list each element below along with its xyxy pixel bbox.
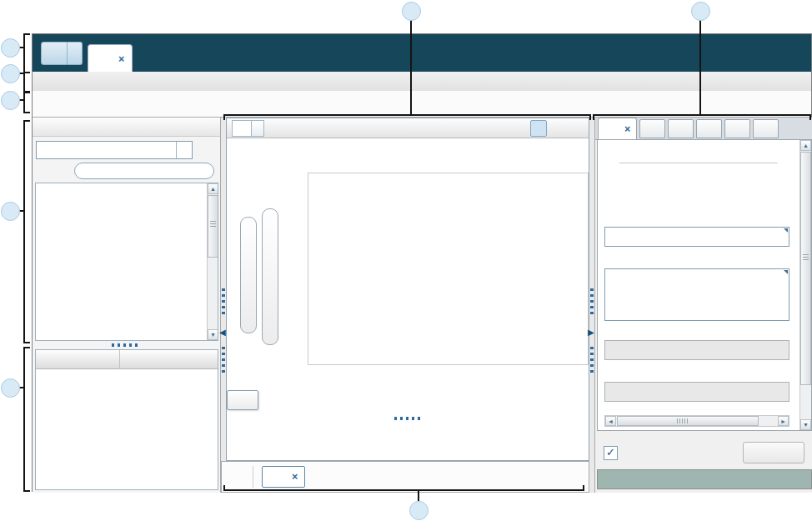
maximize-button[interactable] bbox=[550, 121, 565, 136]
roles-vscrollbar[interactable]: ▲ ▼ bbox=[799, 140, 811, 430]
measures-field[interactable] bbox=[604, 268, 789, 321]
collapse-all-button[interactable] bbox=[54, 162, 74, 180]
measure-icon bbox=[265, 330, 276, 341]
chart-type-heading bbox=[604, 146, 793, 158]
minimize-button[interactable] bbox=[530, 120, 547, 137]
tab-expression[interactable] bbox=[753, 119, 779, 138]
bracket-6 bbox=[223, 114, 591, 120]
tab-roles[interactable]: × bbox=[598, 118, 637, 139]
close-icon bbox=[570, 123, 582, 134]
tab-properties[interactable] bbox=[696, 119, 722, 138]
home-dropdown-button[interactable] bbox=[68, 42, 83, 65]
scroll-up-icon[interactable]: ▲ bbox=[208, 183, 218, 194]
data-search-box[interactable] bbox=[74, 163, 214, 179]
callout-4 bbox=[1, 202, 20, 221]
toolbar-more-button[interactable] bbox=[791, 98, 804, 111]
home-button[interactable] bbox=[41, 42, 68, 65]
field-corner-marker bbox=[784, 270, 788, 274]
bracket-1 bbox=[23, 33, 30, 73]
collapse-left-icon[interactable]: ◀ bbox=[219, 328, 226, 337]
visualization-panel bbox=[226, 118, 589, 461]
menu-bar bbox=[33, 72, 811, 92]
home-button-group bbox=[41, 42, 83, 65]
tree-scrollbar[interactable]: ▲ ▼ bbox=[207, 183, 218, 340]
bracket-4 bbox=[23, 120, 30, 343]
roles-panel: × bbox=[594, 118, 812, 493]
value-column-header bbox=[120, 350, 218, 368]
measure-icon bbox=[604, 123, 616, 135]
roles-tab-bar: × bbox=[595, 118, 812, 140]
maximize-icon bbox=[552, 123, 564, 134]
scroll-down-icon[interactable]: ▼ bbox=[208, 329, 218, 340]
expand-all-button[interactable] bbox=[36, 162, 56, 180]
scroll-left-icon[interactable]: ◄ bbox=[605, 416, 616, 426]
roles-footer: ✓ bbox=[595, 441, 812, 464]
field-corner-marker bbox=[784, 228, 788, 233]
search-input[interactable] bbox=[93, 165, 208, 177]
update-button[interactable] bbox=[743, 442, 804, 463]
callout-3 bbox=[1, 91, 20, 110]
properties-table bbox=[35, 349, 218, 490]
scroll-up-icon[interactable]: ▲ bbox=[800, 140, 811, 151]
scroll-thumb[interactable] bbox=[800, 152, 811, 385]
chart-type-caret[interactable] bbox=[252, 120, 264, 137]
scroll-down-icon[interactable]: ▼ bbox=[800, 419, 811, 430]
close-button[interactable] bbox=[569, 121, 584, 136]
y-axis-label-city[interactable] bbox=[240, 217, 257, 333]
bracket-2 bbox=[23, 72, 30, 93]
data-tree: ▲ ▼ bbox=[35, 183, 218, 341]
property-column-header bbox=[36, 350, 120, 368]
callout-1 bbox=[1, 38, 20, 58]
auto-update-checkbox[interactable]: ✓ bbox=[604, 446, 618, 460]
progress-bar bbox=[597, 469, 812, 489]
y-axis-label-highway[interactable] bbox=[262, 208, 278, 345]
legend-splitter-handle[interactable] bbox=[394, 417, 423, 420]
tab-ranks[interactable] bbox=[668, 119, 694, 138]
data-source-combobox[interactable] bbox=[36, 141, 193, 159]
panel-splitter-handle[interactable] bbox=[112, 343, 140, 347]
data-source-caret[interactable] bbox=[176, 142, 192, 158]
bracket-5 bbox=[23, 347, 30, 492]
scroll-thumb[interactable] bbox=[617, 416, 759, 426]
data-panel-title bbox=[33, 118, 220, 137]
tile-view-button[interactable] bbox=[230, 470, 244, 484]
tab-filters[interactable] bbox=[639, 119, 665, 138]
list-icon bbox=[704, 123, 715, 135]
scroll-thumb[interactable] bbox=[208, 195, 218, 258]
category-icon bbox=[609, 231, 623, 243]
application-window: × bbox=[32, 33, 812, 492]
menu-icon bbox=[514, 122, 526, 134]
screenshot-stage: × bbox=[0, 0, 812, 521]
close-tab-icon[interactable]: × bbox=[292, 471, 298, 483]
more-icon bbox=[791, 98, 804, 111]
callout-8 bbox=[409, 501, 429, 520]
x-axis-category-button[interactable] bbox=[227, 390, 258, 410]
bracket-8 bbox=[223, 485, 584, 491]
search-icon bbox=[80, 166, 89, 177]
data-menu-button[interactable] bbox=[196, 141, 216, 159]
close-tab-icon[interactable]: × bbox=[118, 53, 124, 65]
exploration-icon bbox=[96, 53, 108, 65]
category-icon bbox=[609, 344, 623, 357]
category-field[interactable] bbox=[604, 227, 789, 247]
cascade-icon bbox=[230, 470, 244, 484]
top-banner: × bbox=[33, 34, 811, 72]
tab-comments[interactable] bbox=[724, 119, 750, 138]
collapse-right-icon[interactable]: ▶ bbox=[588, 328, 594, 337]
scroll-right-icon[interactable]: ► bbox=[778, 416, 789, 426]
collapse-all-icon bbox=[58, 164, 71, 178]
exploration-tab[interactable]: × bbox=[88, 44, 133, 73]
visualization-menu-button[interactable] bbox=[512, 121, 527, 136]
chart-type-button[interactable] bbox=[232, 120, 252, 137]
roles-hscrollbar[interactable]: ◄ ► bbox=[604, 415, 789, 427]
close-tab-icon[interactable]: × bbox=[624, 123, 630, 135]
category-icon bbox=[609, 386, 623, 398]
minimize-icon bbox=[533, 123, 544, 134]
lattice-col-field[interactable] bbox=[604, 382, 789, 402]
data-panel: ▲ ▼ bbox=[33, 118, 221, 493]
group-field[interactable] bbox=[604, 340, 789, 360]
comments-icon bbox=[732, 123, 744, 135]
bar-chart-icon bbox=[236, 122, 248, 134]
axis-lock-button[interactable] bbox=[255, 187, 269, 201]
callout-7 bbox=[691, 2, 710, 21]
